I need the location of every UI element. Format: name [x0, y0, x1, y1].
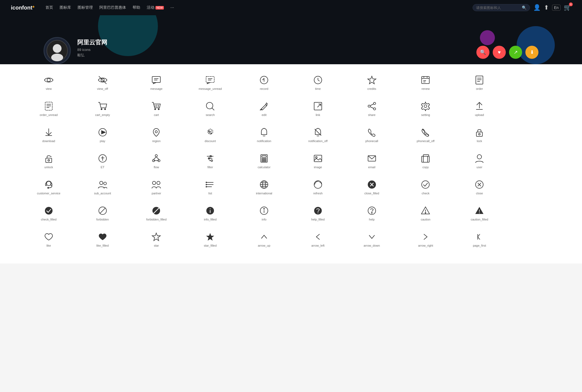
icon-item-like[interactable]: like: [22, 226, 76, 253]
icon-item-view-off[interactable]: view_off: [76, 70, 130, 96]
view-icon: [44, 75, 54, 85]
icon-label-arrow-left: arrow_left: [311, 244, 324, 247]
icon-item-notification-off[interactable]: notification_off: [291, 122, 345, 148]
icon-item-caution[interactable]: caution: [399, 200, 453, 226]
upload-icon[interactable]: ⬆: [544, 4, 549, 11]
icon-item-phonecall[interactable]: phonecall: [345, 122, 399, 148]
icon-item-calculator[interactable]: calculator: [237, 148, 291, 174]
icon-item-page-first[interactable]: page_first: [452, 226, 506, 253]
svg-marker-140: [152, 233, 160, 241]
icon-item-order[interactable]: order: [452, 70, 506, 96]
icon-item-cart-empty[interactable]: cart_empty: [76, 96, 130, 122]
icon-item-arrow-right[interactable]: arrow_right: [399, 226, 453, 253]
icon-item-view[interactable]: view: [22, 70, 76, 96]
icon-item-search[interactable]: search: [183, 96, 237, 122]
icon-item-message-unread[interactable]: message_unread: [183, 70, 237, 96]
icon-item-region[interactable]: region: [130, 122, 183, 148]
icon-item-notification[interactable]: notification: [237, 122, 291, 148]
nav-library[interactable]: 图标库: [60, 5, 71, 10]
svg-point-131: [264, 209, 265, 209]
info-filled-icon: [205, 206, 215, 216]
banner-decoration-2: [480, 30, 495, 45]
icon-item-arrow-left[interactable]: arrow_left: [291, 226, 345, 253]
icon-item-time[interactable]: time: [291, 70, 345, 96]
icon-item-unlock[interactable]: unlock: [22, 148, 76, 174]
icon-item-setting[interactable]: setting: [399, 96, 453, 122]
icon-item-star[interactable]: star: [130, 226, 183, 253]
icon-item-partner[interactable]: partner: [130, 174, 183, 200]
download-action-button[interactable]: ⬇: [525, 46, 538, 59]
icon-item-filter[interactable]: filter: [183, 148, 237, 174]
icon-item-info-filled[interactable]: info_filled: [183, 200, 237, 226]
icon-item-link[interactable]: link: [291, 96, 345, 122]
icon-label-credits: credits: [367, 87, 376, 90]
icon-item-forbidden[interactable]: forbidden: [76, 200, 130, 226]
icon-item-check-filled[interactable]: check_filled: [22, 200, 76, 226]
icon-item-like-filled[interactable]: like_filled: [76, 226, 130, 253]
info-icon: [259, 206, 269, 216]
icon-item-discount[interactable]: discount: [183, 122, 237, 148]
icon-item-copy[interactable]: copy: [399, 148, 453, 174]
icon-item-upload[interactable]: upload: [452, 96, 506, 122]
icon-item-arrow-down[interactable]: arrow_down: [345, 226, 399, 253]
nav-home[interactable]: 首页: [45, 5, 53, 10]
svg-point-100: [100, 181, 103, 185]
icon-label-view-off: view_off: [97, 87, 108, 90]
icon-item-star-filled[interactable]: star_filled: [183, 226, 237, 253]
icon-item-lock[interactable]: lock: [452, 122, 506, 148]
icon-item-ET[interactable]: ET: [76, 148, 130, 174]
icon-item-info[interactable]: info: [237, 200, 291, 226]
search-action-button[interactable]: 🔍: [476, 46, 489, 59]
icon-label-help-filled: help_filled: [311, 218, 325, 221]
icon-item-share[interactable]: share: [345, 96, 399, 122]
icon-label-check-filled: check_filled: [41, 218, 56, 221]
icon-label-like-filled: like_filled: [96, 244, 109, 247]
icon-item-help-filled[interactable]: help_filled: [291, 200, 345, 226]
nav-activity[interactable]: 活动 NEW: [147, 5, 164, 10]
icon-item-sub-account[interactable]: sub_account: [76, 174, 130, 200]
svg-point-96: [47, 181, 51, 186]
icon-item-refresh[interactable]: refresh: [291, 174, 345, 200]
icon-item-flow[interactable]: flow: [130, 148, 183, 174]
icon-item-record[interactable]: record: [237, 70, 291, 96]
language-toggle[interactable]: En: [552, 5, 560, 11]
icon-item-caution-filled[interactable]: caution_filled: [452, 200, 506, 226]
heart-action-button[interactable]: ♥: [493, 46, 506, 59]
nav-help[interactable]: 帮助: [133, 5, 140, 10]
icon-item-help[interactable]: help: [345, 200, 399, 226]
icon-item-message[interactable]: message: [130, 70, 183, 96]
icon-item-renew[interactable]: renew: [399, 70, 453, 96]
icon-item-close[interactable]: close: [452, 174, 506, 200]
icon-item-email[interactable]: email: [345, 148, 399, 174]
logo[interactable]: iconfont*: [11, 5, 35, 11]
icon-item-customer-service[interactable]: customer_service: [22, 174, 76, 200]
nav-font[interactable]: 阿里巴巴普惠体: [99, 5, 126, 10]
icon-item-international[interactable]: international: [237, 174, 291, 200]
icon-label-user: user: [477, 166, 482, 169]
user-avatar-icon[interactable]: 👤: [533, 4, 541, 11]
icon-item-close-filled[interactable]: close_filled: [345, 174, 399, 200]
share-action-button[interactable]: ↗: [509, 46, 522, 59]
nav-manage[interactable]: 图标管理: [78, 5, 93, 10]
icon-item-user[interactable]: user: [452, 148, 506, 174]
edit-icon: [259, 101, 269, 111]
icon-item-phonecall-off[interactable]: phonecall_off: [399, 122, 453, 148]
nav-more[interactable]: ···: [170, 5, 174, 10]
icon-item-play[interactable]: play: [76, 122, 130, 148]
icon-item-check[interactable]: check: [399, 174, 453, 200]
svg-rect-84: [264, 158, 265, 160]
icon-item-forbidden-filled[interactable]: forbidden_filled: [130, 200, 183, 226]
icon-item-order-unread[interactable]: order_unread: [22, 96, 76, 122]
icon-item-credits[interactable]: credits: [345, 70, 399, 96]
icon-item-list[interactable]: list: [183, 174, 237, 200]
svg-rect-65: [46, 158, 52, 163]
icon-item-image[interactable]: image: [291, 148, 345, 174]
svg-point-117: [422, 181, 429, 188]
icon-item-edit[interactable]: edit: [237, 96, 291, 122]
icon-item-download[interactable]: download: [22, 122, 76, 148]
svg-rect-16: [422, 76, 429, 84]
icon-item-arrow-up[interactable]: arrow_up: [237, 226, 291, 253]
icon-item-cart[interactable]: cart: [130, 96, 183, 122]
cart-button[interactable]: 🛒 0: [564, 4, 571, 11]
search-input[interactable]: [476, 6, 520, 10]
